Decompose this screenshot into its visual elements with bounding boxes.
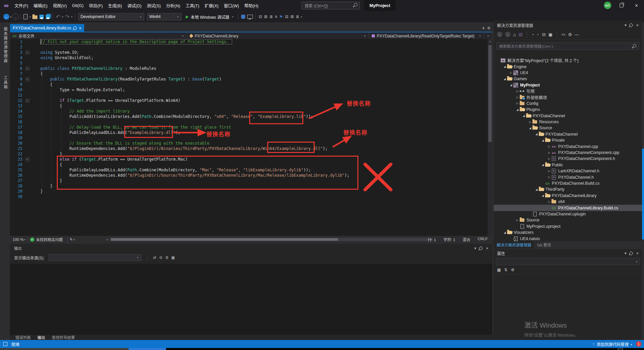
tree-item[interactable]: PXYDataChannel.uplugin (494, 211, 642, 217)
notification-badge[interactable]: 1 (636, 341, 641, 347)
menu-item[interactable]: 测试(S) (144, 0, 164, 11)
toolbar-icon[interactable]: ≣ (165, 255, 168, 260)
toolbar-icon[interactable]: ⊟ (285, 14, 288, 19)
restore-button[interactable] (614, 0, 629, 11)
start-debugging-button[interactable]: ▶ 本地 Windows 调试器 ▾ (183, 14, 237, 20)
tree-item[interactable]: ◢Public (494, 162, 642, 168)
tree-item[interactable]: ◢Games (494, 76, 642, 82)
right-edge-scrollbar[interactable] (642, 149, 644, 239)
close-button[interactable]: × (629, 0, 644, 11)
toolbar-icon[interactable]: ▣ (171, 255, 175, 260)
collapsed-arrow-icon[interactable]: ▷ (547, 200, 551, 203)
bookmark-icon[interactable]: ⚑ (279, 14, 283, 19)
property-pages-icon[interactable]: ⚙ (511, 268, 514, 272)
expanded-arrow-icon[interactable]: ◢ (509, 83, 513, 86)
undo-button[interactable]: ↶ (56, 14, 60, 20)
se-back-icon[interactable]: ← (497, 32, 502, 37)
tree-item[interactable]: ◢PXYDataChannel (494, 131, 642, 137)
code-line[interactable]: 4using UnrealBuildTool; (10, 55, 492, 60)
collapsed-arrow-icon[interactable]: ▷ (515, 96, 519, 99)
toolbar-icon[interactable]: ≡ (275, 14, 277, 19)
se-pending-changes-icon[interactable]: ◔ (531, 32, 534, 37)
output-body[interactable] (10, 264, 492, 335)
se-menu-caret[interactable]: ▾ (625, 23, 627, 27)
search-input[interactable]: 搜索 (Ctrl+Q) (302, 2, 360, 9)
expanded-arrow-icon[interactable]: ◢ (515, 108, 519, 111)
menu-item[interactable]: 扩展(X) (202, 0, 221, 11)
collapsed-arrow-icon[interactable]: ▷ (547, 157, 551, 160)
se-show-all-files-icon[interactable]: <> (561, 33, 566, 36)
toolbar-icon[interactable]: ≣ (270, 14, 273, 19)
code-line[interactable]: 8 public PXYDataChannelLibrary(ReadOnlyT… (10, 76, 492, 82)
properties-object-dropdown[interactable]: ▾ (496, 258, 640, 265)
scrollbar-thumb[interactable] (111, 238, 338, 241)
collapsed-arrow-icon[interactable]: ▷ (515, 219, 519, 222)
se-home-icon[interactable]: ⌂ (513, 32, 516, 37)
se-sync-icon[interactable]: ▣ (548, 32, 552, 37)
se-collapse-all-icon[interactable]: ⊟ (542, 32, 546, 37)
toolbar-icon[interactable]: ⊞ (264, 14, 268, 19)
expanded-arrow-icon[interactable]: ◢ (528, 127, 532, 130)
output-tab[interactable]: 输出 (34, 335, 48, 340)
code-line[interactable]: 12 if (Target.Platform == UnrealTargetPl… (10, 98, 492, 103)
tree-item[interactable]: C#PXYDataChannelLibrary.Build.cs (494, 205, 642, 211)
expanded-arrow-icon[interactable]: ◢ (503, 77, 507, 80)
code-line[interactable]: 13 { (10, 103, 492, 109)
tree-item[interactable]: ▷UE4 (494, 70, 642, 76)
collapsed-arrow-icon[interactable]: ▷ (547, 170, 551, 173)
expanded-arrow-icon[interactable]: ◢ (522, 114, 526, 117)
navigate-forward-button[interactable]: → (12, 13, 19, 20)
menu-item[interactable]: 视图(V) (50, 0, 69, 11)
output-close-icon[interactable]: × (486, 246, 488, 251)
expanded-arrow-icon[interactable]: ◢ (534, 188, 538, 191)
menu-item[interactable]: 文件(F) (12, 0, 31, 11)
code-editor[interactable]: 1// Fill out your copyright notice in th… (10, 39, 492, 236)
scrollbar-thumb[interactable] (488, 45, 492, 142)
toolbar-overflow-caret[interactable]: ▾ (301, 15, 302, 18)
tree-item[interactable]: ◢Plugins (494, 107, 642, 113)
expanded-arrow-icon[interactable]: ◢ (503, 65, 507, 68)
redo-button[interactable]: ↷ (65, 14, 69, 20)
background-tasks-icon[interactable] (3, 342, 7, 346)
code-line[interactable]: 21 RuntimeDependencies.Add("$(PluginDir)… (10, 146, 492, 151)
editor-vertical-scrollbar[interactable]: ▴ (488, 39, 492, 236)
fold-marker-icon[interactable] (26, 158, 29, 161)
tab-close-icon[interactable]: × (79, 26, 82, 31)
tab-build-cs[interactable]: PXYDataChannelLibrary.Build.cs × (10, 24, 84, 32)
navigate-back-caret[interactable]: ▾ (10, 15, 11, 18)
output-source-dropdown[interactable]: ▾ (48, 254, 141, 261)
code-line[interactable]: 19 (10, 135, 492, 141)
pin-icon[interactable] (73, 26, 77, 30)
code-line[interactable]: 20 // Ensure that the DLL is staged alon… (10, 141, 492, 146)
se-minus-icon[interactable]: — (575, 32, 579, 37)
output-menu-caret[interactable]: ▾ (474, 246, 476, 250)
se-properties-icon[interactable]: ⚙ (568, 32, 572, 37)
tree-item[interactable]: ▷Config (494, 101, 642, 107)
code-line[interactable]: 30 (10, 194, 492, 199)
tree-item[interactable]: ◢PXYDataChannel (494, 113, 642, 119)
navigate-back-button[interactable]: ← (3, 14, 9, 20)
tree-item[interactable]: ◢PXYDataChannelLibrary (494, 193, 642, 199)
minimize-button[interactable]: ─ (599, 0, 614, 11)
undo-caret[interactable]: ▾ (62, 15, 63, 18)
sidebar-item-toolbox[interactable]: 工具箱 (3, 76, 8, 90)
health-status[interactable]: 未找到相关问题 (36, 237, 63, 242)
collapsed-arrow-icon[interactable]: ▷ (515, 102, 519, 105)
collapsed-arrow-icon[interactable]: ▷ (515, 90, 519, 93)
tree-item[interactable]: ▷x64 (494, 199, 642, 205)
tree-item[interactable]: ▷hPXYDataChannelComponent.h (494, 156, 642, 162)
tab-options-gear-icon[interactable]: ⚙ (487, 26, 490, 30)
code-line[interactable]: 6public class PXYDataChannelLibrary : Mo… (10, 66, 492, 71)
tree-item[interactable]: ▷++PXYDataChannelComponent.cpp (494, 150, 642, 156)
collapsed-arrow-icon[interactable]: ▷ (528, 121, 532, 124)
tree-item[interactable]: MyProject.uproject (494, 223, 642, 229)
menu-item[interactable]: 调试(D) (125, 0, 144, 11)
code-line[interactable]: 17 // Delay-load the DLL, so we can load… (10, 125, 492, 130)
toolbar-icon[interactable]: ≣ (296, 14, 299, 19)
fold-marker-icon[interactable] (26, 99, 29, 103)
new-file-button[interactable] (23, 14, 28, 19)
toolbar-icon[interactable]: ⊞ (290, 14, 294, 19)
tree-item[interactable]: ◢ThirdParty (494, 186, 642, 192)
preview-browser-icon[interactable] (247, 15, 253, 19)
solution-search-input[interactable]: 搜索解决方案资源管理器(Ctrl+;) (496, 42, 639, 50)
